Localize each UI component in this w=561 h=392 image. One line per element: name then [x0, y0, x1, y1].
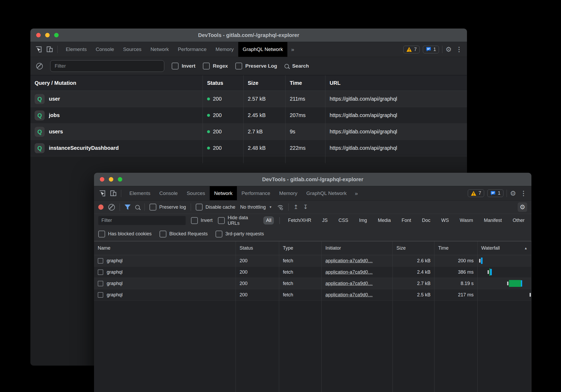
export-har-icon[interactable]: ↧ — [303, 204, 308, 210]
import-har-icon[interactable]: ↥ — [293, 204, 298, 210]
regex-checkbox[interactable] — [203, 63, 210, 69]
chip-media[interactable]: Media — [375, 216, 394, 225]
chip-other[interactable]: Other — [510, 216, 527, 225]
third-party-requests-option[interactable]: 3rd-party requests — [216, 231, 264, 237]
column-size[interactable]: Size — [393, 241, 434, 255]
chip-fetch-xhr[interactable]: Fetch/XHR — [285, 216, 314, 225]
more-options-icon[interactable]: ⋮ — [519, 190, 528, 197]
waterfall-bar[interactable] — [478, 278, 531, 289]
zoom-window-button[interactable] — [118, 177, 122, 182]
blocked-requests-checkbox[interactable] — [160, 231, 166, 237]
invert-checkbox[interactable] — [191, 217, 198, 224]
row-checkbox[interactable] — [98, 269, 103, 275]
hide-data-urls-option[interactable]: Hide data URLs — [218, 215, 258, 226]
chip-ws[interactable]: WS — [439, 216, 452, 225]
regex-option[interactable]: Regex — [203, 63, 228, 69]
column-query-mutation[interactable]: Query / Mutation — [30, 75, 203, 91]
initiator-link[interactable]: application-a7ca9d0… — [325, 292, 373, 298]
search-network-icon[interactable] — [135, 205, 140, 209]
disable-cache-checkbox[interactable] — [196, 204, 203, 211]
device-toolbar-icon[interactable] — [46, 46, 53, 53]
warnings-badge[interactable]: 7 — [468, 189, 484, 197]
table-row[interactable]: graphql 200 fetch application-a7ca9d0… 2… — [94, 255, 531, 267]
column-status[interactable]: Status — [203, 75, 244, 91]
chip-css[interactable]: CSS — [336, 216, 351, 225]
table-row[interactable]: graphql 200 fetch application-a7ca9d0… 2… — [94, 278, 531, 289]
disable-cache-option[interactable]: Disable cache — [196, 204, 235, 211]
preserve-log-option[interactable]: Preserve Log — [235, 63, 277, 69]
hide-data-urls-checkbox[interactable] — [218, 217, 225, 224]
row-checkbox[interactable] — [98, 258, 103, 264]
tab-sources[interactable]: Sources — [182, 186, 210, 200]
chip-all[interactable]: All — [263, 216, 274, 225]
network-filter-input[interactable] — [98, 216, 186, 225]
waterfall-bar[interactable] — [478, 289, 531, 301]
network-conditions-icon[interactable] — [277, 204, 284, 210]
has-blocked-cookies-checkbox[interactable] — [98, 231, 105, 237]
column-time[interactable]: Time — [434, 241, 478, 255]
preserve-log-checkbox[interactable] — [235, 63, 242, 69]
table-row[interactable]: graphql 200 fetch application-a7ca9d0… 2… — [94, 267, 531, 278]
settings-gear-icon[interactable]: ⚙ — [510, 190, 516, 197]
tab-graphql-network[interactable]: GraphQL Network — [302, 186, 351, 200]
table-row[interactable]: Qjobs 200 2.45 kB 207ms https://gitlab.c… — [30, 107, 467, 124]
zoom-window-button[interactable] — [54, 33, 59, 38]
tab-performance[interactable]: Performance — [173, 42, 211, 57]
table-row[interactable]: graphql 200 fetch application-a7ca9d0… 2… — [94, 289, 531, 301]
tab-sources[interactable]: Sources — [119, 42, 146, 57]
search-control[interactable]: Search — [284, 63, 309, 69]
column-waterfall[interactable]: Waterfall ▲ — [478, 241, 531, 255]
more-options-icon[interactable]: ⋮ — [455, 46, 463, 53]
waterfall-bar[interactable] — [478, 267, 531, 278]
tab-elements[interactable]: Elements — [61, 42, 91, 57]
initiator-link[interactable]: application-a7ca9d0… — [325, 269, 373, 275]
waterfall-bar[interactable] — [478, 255, 531, 267]
tab-network[interactable]: Network — [210, 186, 237, 200]
record-network-log-button[interactable] — [98, 204, 104, 210]
invert-option[interactable]: Invert — [172, 63, 195, 69]
device-toolbar-icon[interactable] — [110, 190, 117, 197]
column-initiator[interactable]: Initiator — [322, 241, 393, 255]
network-settings-button[interactable]: ⚙ — [518, 202, 527, 212]
chip-img[interactable]: Img — [357, 216, 370, 225]
close-window-button[interactable] — [100, 177, 104, 182]
warnings-badge[interactable]: 7 — [403, 46, 420, 53]
blocked-requests-option[interactable]: Blocked Requests — [160, 231, 208, 237]
clear-network-log-icon[interactable] — [108, 204, 115, 211]
column-name[interactable]: Name — [94, 241, 236, 255]
row-checkbox[interactable] — [98, 281, 103, 286]
tab-elements[interactable]: Elements — [125, 186, 155, 200]
tab-console[interactable]: Console — [91, 42, 119, 57]
title-bar[interactable]: DevTools - gitlab.com/-/graphql-explorer — [30, 29, 467, 42]
minimize-window-button[interactable] — [45, 33, 50, 38]
tab-memory[interactable]: Memory — [275, 186, 302, 200]
row-checkbox[interactable] — [98, 292, 103, 298]
close-window-button[interactable] — [36, 33, 41, 38]
minimize-window-button[interactable] — [109, 177, 113, 182]
tab-graphql-network[interactable]: GraphQL Network — [238, 42, 287, 57]
inspect-element-icon[interactable] — [99, 190, 106, 197]
more-tabs-icon[interactable]: » — [351, 186, 362, 200]
filter-funnel-icon[interactable] — [125, 204, 130, 210]
preserve-log-option[interactable]: Preserve log — [149, 204, 186, 211]
tab-memory[interactable]: Memory — [211, 42, 238, 57]
column-time[interactable]: Time — [286, 75, 325, 91]
tab-console[interactable]: Console — [155, 186, 182, 200]
column-url[interactable]: URL — [325, 75, 467, 91]
invert-checkbox[interactable] — [172, 63, 179, 69]
throttling-dropdown[interactable]: No throttling ▼ — [240, 204, 272, 210]
inspect-element-icon[interactable] — [35, 46, 42, 53]
filter-input[interactable] — [50, 60, 164, 72]
table-row[interactable]: QinstanceSecurityDashboard 200 2.48 kB 2… — [30, 140, 467, 156]
tab-performance[interactable]: Performance — [237, 186, 275, 200]
issues-badge[interactable]: 1 — [487, 189, 503, 197]
initiator-link[interactable]: application-a7ca9d0… — [325, 258, 373, 264]
initiator-link[interactable]: application-a7ca9d0… — [325, 281, 373, 286]
table-row[interactable]: Quser 200 2.57 kB 211ms https://gitlab.c… — [30, 91, 467, 107]
clear-icon[interactable] — [36, 63, 43, 69]
chip-font[interactable]: Font — [399, 216, 414, 225]
title-bar[interactable]: DevTools - gitlab.com/-/graphql-explorer — [94, 173, 531, 186]
invert-option[interactable]: Invert — [191, 217, 213, 224]
column-status[interactable]: Status — [236, 241, 279, 255]
issues-badge[interactable]: 1 — [423, 46, 439, 53]
